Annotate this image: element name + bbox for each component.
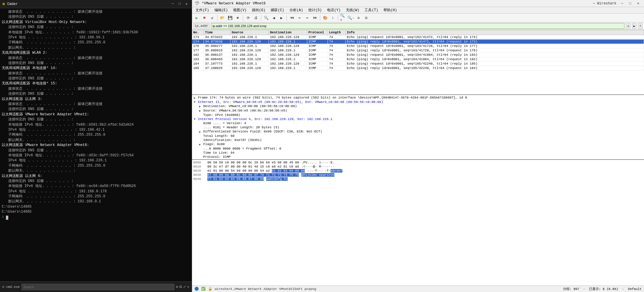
- pkt-dst: 192.168.226.1: [269, 40, 307, 44]
- pkt-proto: ICMP: [307, 35, 328, 39]
- table-row[interactable]: 185 37.108025 192.168.226.129 192.168.22…: [192, 66, 644, 70]
- filter-input[interactable]: [211, 23, 625, 29]
- cmd-line: IPv4 地址 . . . . . . . . . . . : 192.168.…: [2, 35, 190, 40]
- ws-packet-list[interactable]: No. Time Source Destination Protocol Len…: [192, 30, 644, 95]
- tb-restart-capture[interactable]: ↺: [209, 14, 216, 22]
- detail-ip-id-row[interactable]: Identification: 0xe7d7 (59351): [193, 138, 643, 142]
- detail-eth-dst-row[interactable]: ▶ Destination: VMware_c0:00:08 (00:50:56…: [193, 104, 643, 109]
- detail-frame-row[interactable]: ▶ Frame 174: 74 bytes on wire (592 bits)…: [193, 96, 643, 100]
- detail-ip-dsfield-row[interactable]: ▶ Differentiated Services Field: 0x00 (D…: [193, 129, 643, 134]
- menu-wireless[interactable]: 无线(W): [344, 7, 362, 13]
- menu-help[interactable]: 帮助(H): [381, 7, 399, 13]
- tb-reload[interactable]: ⟳: [245, 14, 252, 22]
- cmd-line: C:\Users\14865: [2, 209, 190, 214]
- pkt-no: 177: [192, 48, 204, 53]
- cmd-close-tab-icon[interactable]: ✕: [187, 285, 189, 289]
- menu-view[interactable]: 视图(V): [231, 7, 249, 13]
- table-row[interactable]: 173 34.073422 192.168.226.1 192.168.226.…: [192, 35, 644, 40]
- tb-print[interactable]: 🖨: [252, 14, 259, 22]
- col-time-header: Time: [204, 30, 230, 35]
- table-row[interactable]: 184 37.107773 192.168.226.1 192.168.226.…: [192, 62, 644, 66]
- tb-go-first[interactable]: ⏮: [288, 14, 295, 22]
- ws-app-name: — Wireshark: [593, 1, 616, 6]
- detail-ip-hdrlen-row[interactable]: .... 0101 = Header Length: 20 bytes (5): [193, 125, 643, 129]
- pkt-info: Echo (ping) reply id=0x0001, seq=164/419…: [346, 57, 644, 61]
- tb-go-next[interactable]: ➡: [304, 14, 311, 22]
- cmd-split-icon[interactable]: ⧉: [179, 285, 182, 289]
- menu-edit[interactable]: 编辑(E): [212, 7, 230, 13]
- tb-zoom-in[interactable]: 🔍+: [340, 14, 347, 22]
- detail-eth-type-row[interactable]: Type: IPv4 (0x0800): [193, 113, 643, 117]
- tb-resize-cols[interactable]: ⊟: [363, 14, 370, 22]
- cmd-taskbar: ⊡ cmd.exe ⚙ ⧉ ⤢ ✕: [0, 281, 192, 292]
- ws-maximize-button[interactable]: □: [627, 0, 634, 7]
- table-row[interactable]: 174 34.073638 192.168.226.129 192.168.22…: [192, 40, 644, 44]
- menu-capture[interactable]: 捕获(C): [268, 7, 287, 13]
- pkt-no: 183: [192, 57, 204, 61]
- filter-apply-button[interactable]: ▶: [632, 23, 637, 29]
- filter-save-button[interactable]: +: [638, 23, 643, 29]
- cmd-panel: ⊞ Cmder ─ □ ✕ 媒体状态 . . . . . . . . . . .…: [0, 0, 192, 292]
- detail-ip-totlen-row[interactable]: Total Length: 60: [193, 134, 643, 138]
- detail-ipv4-row[interactable]: ▼ Internet Protocol Version 4, Src: 192.…: [193, 117, 643, 121]
- menu-goto[interactable]: 跳转(G): [250, 7, 268, 13]
- tb-stop-capture[interactable]: ■: [201, 14, 208, 22]
- pkt-len: 74: [328, 48, 346, 53]
- cmd-minimize-button[interactable]: ─: [170, 2, 175, 6]
- cmd-titlebar: ⊞ Cmder ─ □ ✕: [0, 0, 192, 8]
- tb-zoom-out[interactable]: 🔍-: [347, 14, 354, 22]
- tb-go-prev[interactable]: ⬅: [296, 14, 303, 22]
- tb-save-file[interactable]: 💾: [227, 14, 234, 22]
- tb-auto-scroll[interactable]: ↕: [329, 14, 336, 22]
- detail-ip-dsfield-text: Differentiated Services Field: 0x00 (DSC…: [203, 130, 322, 133]
- cmd-line: 默认网关. . . . . . . . . . . . :: [2, 45, 190, 50]
- tb-start-capture[interactable]: ▶: [193, 14, 200, 22]
- detail-ip-ver-row[interactable]: 0100 .... = Version: 4: [193, 121, 643, 125]
- table-row[interactable]: 177 35.080915 192.168.226.129 192.168.22…: [192, 48, 644, 53]
- menu-stats[interactable]: 统计(S): [306, 7, 324, 13]
- ws-close-button[interactable]: ✕: [635, 0, 642, 7]
- tb-open-file[interactable]: 📂: [219, 14, 226, 22]
- detail-ip-fragoff-row[interactable]: ...0 0000 0000 0000 = Fragment Offset: 0: [193, 147, 643, 151]
- cmd-expand-icon[interactable]: ⤢: [183, 285, 186, 289]
- detail-eth-dst-text: Destination: VMware_c0:00:08 (00:50:56:c…: [203, 104, 297, 108]
- cmd-line: 子网掩码 . . . . . . . . . . . : 255.255.255…: [2, 163, 190, 168]
- cmd-search-input[interactable]: [22, 284, 174, 290]
- pkt-len: 74: [328, 40, 346, 44]
- detail-ip-ttl-row[interactable]: Time to Live: 64: [193, 151, 643, 155]
- detail-ip-fragoff-text: ...0 0000 0000 0000 = Fragment Offset: 0: [203, 147, 281, 150]
- menu-analyze[interactable]: 分析(A): [287, 7, 305, 13]
- detail-ip-proto-row[interactable]: Protocol: ICMP: [193, 155, 643, 159]
- detail-eth-src-row[interactable]: ▶ Source: VMware_b6:b6:e5 (00:0c:29:b6:b…: [193, 109, 643, 113]
- ws-minimize-button[interactable]: ─: [619, 0, 625, 7]
- tb-close-file[interactable]: ✖: [234, 14, 241, 22]
- menu-tools[interactable]: 工具(T): [362, 7, 380, 13]
- hex-row: 001000 3c e7 d7 00 00 40 01 4d 15 c0 a8 …: [193, 165, 643, 169]
- pkt-no: 182: [192, 53, 204, 57]
- pkt-time: 37.107773: [204, 62, 230, 66]
- pkt-src: 192.168.226.129: [230, 57, 269, 61]
- cmd-close-button[interactable]: ✕: [184, 2, 189, 6]
- tb-go-last[interactable]: ⏭: [311, 14, 318, 22]
- cmd-line: 以太网适配器 VMware Network Adapter VMnet1:: [2, 112, 190, 117]
- tb-colorize[interactable]: 🎨: [322, 14, 329, 22]
- menu-phone[interactable]: 电话(Y): [325, 7, 343, 13]
- table-row[interactable]: 183 36.090465 192.168.226.129 192.168.22…: [192, 57, 644, 62]
- cmd-settings-icon[interactable]: ⚙: [176, 285, 178, 289]
- tb-zoom-normal[interactable]: ⊙: [355, 14, 362, 22]
- detail-ip-flags-row[interactable]: ▶ Flags: 0x00: [193, 142, 643, 147]
- tb-next-result[interactable]: ▶: [278, 14, 285, 22]
- table-row[interactable]: 176 35.080277 192.168.226.1 192.168.226.…: [192, 44, 644, 48]
- filter-clear-button[interactable]: ✕: [626, 23, 631, 29]
- cmd-maximize-button[interactable]: □: [177, 2, 183, 6]
- table-row[interactable]: 182 36.090137 192.168.226.1 192.168.226.…: [192, 53, 644, 57]
- detail-ethernet-row[interactable]: ▼ Ethernet II, Src: VMware_b6:b6:e5 (00:…: [193, 100, 643, 104]
- ws-packet-detail[interactable]: ▶ Frame 174: 74 bytes on wire (592 bits)…: [192, 95, 644, 160]
- cmd-line: IPv4 地址 . . . . . . . . . . . : 192.168.…: [2, 127, 190, 132]
- detail-ip-ver-text: 0100 .... = Version: 4: [203, 122, 246, 125]
- menu-file[interactable]: 文件(F): [193, 7, 212, 13]
- cmd-line: 连接特定的 DNS 后缀 . . . . . . :: [2, 76, 190, 81]
- hex-bytes: 00 50 56 c0 00 08 00 0c 29 b6 b6 e5 08 0…: [207, 161, 299, 164]
- tb-prev-result[interactable]: ◀: [270, 14, 277, 22]
- tb-find-packet[interactable]: 🔍: [263, 14, 270, 22]
